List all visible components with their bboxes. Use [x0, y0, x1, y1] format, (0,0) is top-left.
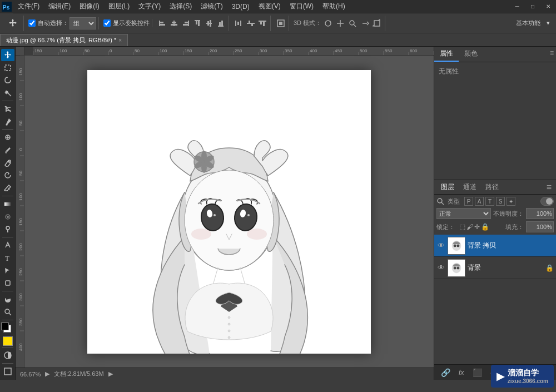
add-mask-button[interactable]: ⬛: [473, 368, 482, 377]
healing-brush-tool[interactable]: [1, 131, 14, 143]
workspace-label[interactable]: 基本功能: [513, 16, 544, 31]
lock-position-icon[interactable]: ✛: [474, 223, 480, 231]
menu-layer[interactable]: 图层(L): [104, 0, 135, 13]
menu-edit[interactable]: 编辑(E): [44, 0, 75, 13]
layer-visibility-copy[interactable]: 👁: [436, 241, 445, 250]
blur-tool[interactable]: [1, 211, 14, 223]
3d-zoom-button[interactable]: [347, 16, 358, 31]
move-tool-button[interactable]: [4, 16, 21, 31]
menu-filter[interactable]: 滤镜(T): [196, 0, 227, 13]
align-left-button[interactable]: [157, 16, 168, 31]
brush-tool[interactable]: [1, 144, 14, 156]
layer-effects-button[interactable]: fx: [459, 369, 464, 376]
lock-transparent-icon[interactable]: ⬚: [459, 223, 465, 231]
menu-image[interactable]: 图像(I): [75, 0, 103, 13]
layer-item-bg[interactable]: 👁 背景 🔒: [434, 257, 556, 279]
gradient-tool[interactable]: [1, 198, 14, 210]
lasso-tool[interactable]: [1, 75, 14, 87]
magic-wand-tool[interactable]: [1, 87, 14, 99]
filter-text-button[interactable]: T: [485, 197, 494, 206]
shape-tool[interactable]: [1, 277, 14, 289]
lock-paint-icon[interactable]: 🖌: [466, 223, 473, 231]
auto-select-checkbox[interactable]: 自动选择：: [28, 19, 68, 27]
align-right-button[interactable]: [180, 16, 191, 31]
svg-rect-16: [210, 20, 211, 27]
align-vcenter-button[interactable]: [203, 16, 215, 31]
minimize-button[interactable]: ─: [509, 0, 525, 13]
close-button[interactable]: ✕: [540, 0, 556, 13]
link-layers-button[interactable]: 🔗: [441, 368, 450, 377]
tab-channels[interactable]: 通道: [459, 180, 481, 194]
menu-select[interactable]: 选择(S): [165, 0, 196, 13]
path-select-tool[interactable]: [1, 265, 14, 277]
properties-menu-button[interactable]: ≡: [548, 47, 556, 62]
maximize-button[interactable]: □: [525, 0, 540, 13]
active-color-indicator[interactable]: [3, 336, 13, 346]
layer-filter-icons: P A T S ✦: [464, 197, 515, 206]
3d-pan-button[interactable]: [335, 16, 346, 31]
tab-properties[interactable]: 属性: [434, 47, 459, 62]
text-tool[interactable]: T: [1, 252, 14, 264]
3d-rotate-button[interactable]: [322, 16, 334, 31]
menu-text[interactable]: 文字(Y): [134, 0, 165, 13]
tab-layers[interactable]: 图层: [436, 180, 459, 194]
svg-point-115: [438, 199, 442, 203]
resize-button[interactable]: [275, 16, 286, 31]
dist2-button[interactable]: [245, 16, 256, 31]
svg-text:100: 100: [18, 93, 23, 101]
menu-view[interactable]: 视图(V): [254, 0, 285, 13]
opacity-input[interactable]: [526, 208, 554, 219]
tab-close-button[interactable]: ×: [118, 37, 122, 43]
tab-paths[interactable]: 路径: [481, 180, 503, 194]
dist1-button[interactable]: [234, 16, 245, 31]
quick-mask-button[interactable]: [1, 350, 14, 362]
align-bottom-button[interactable]: [215, 16, 226, 31]
auto-select-type-select[interactable]: 组 图层: [70, 17, 96, 29]
zoom-tool[interactable]: [1, 306, 14, 318]
transform-group: 显示变换控件: [101, 19, 152, 27]
workspace-menu-button[interactable]: ▾: [545, 16, 552, 31]
tool-separator-7: [2, 348, 13, 348]
pen-tool[interactable]: [1, 239, 14, 251]
lock-all-icon[interactable]: 🔒: [481, 223, 489, 231]
move-tool[interactable]: [1, 49, 14, 61]
clone-stamp-tool[interactable]: [1, 157, 14, 169]
dodge-tool[interactable]: [1, 223, 14, 235]
layer-item-copy[interactable]: 👁 背景 拷贝: [434, 235, 556, 257]
transform-input[interactable]: [103, 19, 111, 27]
eraser-tool[interactable]: [1, 182, 14, 194]
tool-separator-2: [2, 129, 13, 130]
menu-file[interactable]: 文件(F): [13, 0, 44, 13]
filter-adjust-button[interactable]: A: [475, 197, 484, 206]
svg-rect-10: [183, 24, 188, 26]
filter-shape-button[interactable]: S: [496, 197, 505, 206]
main-canvas[interactable]: [87, 70, 371, 354]
hand-tool[interactable]: [1, 293, 14, 305]
align-top-button[interactable]: [192, 16, 203, 31]
blend-mode-select[interactable]: 正常 正片叠底 滤色: [436, 208, 491, 219]
screen-mode-button[interactable]: [1, 365, 14, 378]
document-tab[interactable]: 动漫.jpg @ 66.7% (背景 拷贝, RGB/8#) * ×: [0, 34, 128, 46]
menu-help[interactable]: 帮助(H): [318, 0, 350, 13]
eyedropper-tool[interactable]: [1, 116, 14, 128]
filter-pixel-button[interactable]: P: [464, 197, 473, 206]
marquee-tool[interactable]: [1, 62, 14, 74]
3d-slide-button[interactable]: [359, 16, 370, 31]
crop-tool[interactable]: [1, 103, 14, 115]
foreground-color-swatch[interactable]: [1, 322, 9, 330]
auto-select-input[interactable]: [28, 19, 36, 27]
canvas-scroll[interactable]: [24, 56, 434, 368]
fill-input[interactable]: [526, 221, 554, 232]
filter-smart-button[interactable]: ✦: [507, 197, 515, 206]
menu-3d[interactable]: 3D(D): [227, 0, 254, 13]
history-brush-tool[interactable]: [1, 170, 14, 182]
layer-visibility-bg[interactable]: 👁: [436, 264, 445, 272]
menu-window[interactable]: 窗口(W): [285, 0, 318, 13]
layer-filter-toggle[interactable]: [540, 197, 554, 206]
dist3-button[interactable]: [257, 16, 268, 31]
3d-scale-button[interactable]: [371, 16, 383, 31]
align-center-button[interactable]: [168, 16, 180, 31]
layers-tab-menu-button[interactable]: ≡: [544, 182, 554, 192]
transform-checkbox[interactable]: 显示变换控件: [103, 19, 150, 27]
tab-color[interactable]: 颜色: [459, 47, 483, 62]
